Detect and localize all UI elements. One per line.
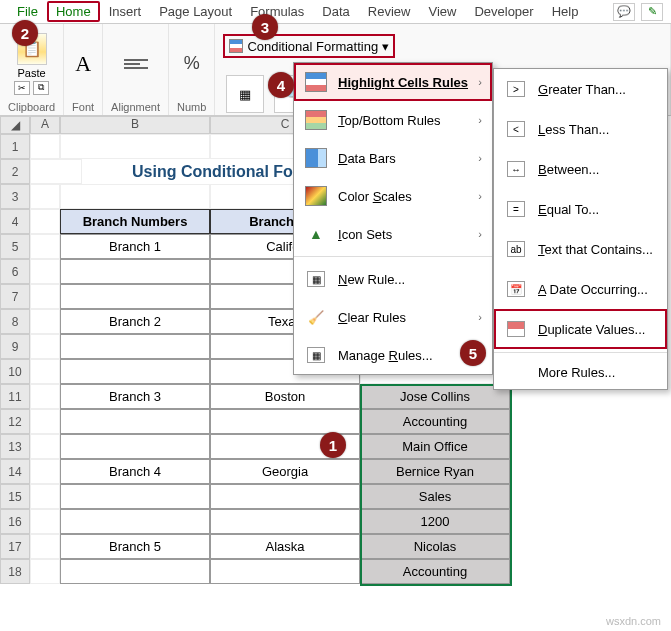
cell-selected[interactable]: Bernice Ryan bbox=[360, 459, 510, 484]
cell[interactable]: Branch 2 bbox=[60, 309, 210, 334]
row-header[interactable]: 8 bbox=[0, 309, 30, 334]
tab-formulas[interactable]: Formulas bbox=[241, 1, 313, 22]
cell[interactable] bbox=[60, 409, 210, 434]
cell[interactable]: Boston bbox=[210, 384, 360, 409]
row-header[interactable]: 2 bbox=[0, 159, 30, 184]
watermark: wsxdn.com bbox=[606, 615, 661, 627]
duplicate-values-icon bbox=[507, 321, 525, 337]
cell[interactable] bbox=[60, 434, 210, 459]
share-icon[interactable]: ✎ bbox=[641, 3, 663, 21]
cell[interactable]: Georgia bbox=[210, 459, 360, 484]
menu-icon-sets[interactable]: ▲ Icon Sets› bbox=[294, 215, 492, 253]
row-header[interactable]: 17 bbox=[0, 534, 30, 559]
select-all-corner[interactable]: ◢ bbox=[0, 116, 30, 134]
col-header-a[interactable]: A bbox=[30, 116, 60, 134]
menu-greater-than[interactable]: > Greater Than... bbox=[494, 69, 667, 109]
cell[interactable] bbox=[210, 509, 360, 534]
row-header[interactable]: 10 bbox=[0, 359, 30, 384]
row-header[interactable]: 15 bbox=[0, 484, 30, 509]
callout-1: 1 bbox=[320, 432, 346, 458]
chevron-right-icon: › bbox=[478, 190, 482, 202]
row-header[interactable]: 5 bbox=[0, 234, 30, 259]
row-header[interactable]: 16 bbox=[0, 509, 30, 534]
tab-help[interactable]: Help bbox=[543, 1, 588, 22]
cell[interactable] bbox=[60, 509, 210, 534]
tab-developer[interactable]: Developer bbox=[465, 1, 542, 22]
cell[interactable] bbox=[60, 484, 210, 509]
cell-selected[interactable]: 1200 bbox=[360, 509, 510, 534]
cell[interactable]: Alaska bbox=[210, 534, 360, 559]
cell[interactable] bbox=[60, 334, 210, 359]
menu-equal-to[interactable]: = Equal To... bbox=[494, 189, 667, 229]
clipboard-group-label: Clipboard bbox=[8, 99, 55, 113]
cell[interactable] bbox=[210, 409, 360, 434]
cell[interactable] bbox=[60, 559, 210, 584]
tab-page-layout[interactable]: Page Layout bbox=[150, 1, 241, 22]
cell-selected[interactable]: Nicolas bbox=[360, 534, 510, 559]
top-bottom-icon bbox=[305, 110, 327, 130]
row-header[interactable]: 9 bbox=[0, 334, 30, 359]
menu-date-occurring[interactable]: 📅 A Date Occurring... bbox=[494, 269, 667, 309]
group-font: A Font bbox=[64, 24, 103, 115]
new-rule-icon: ▦ bbox=[307, 271, 325, 287]
cell[interactable] bbox=[60, 284, 210, 309]
cell[interactable] bbox=[210, 559, 360, 584]
row-header[interactable]: 7 bbox=[0, 284, 30, 309]
ribbon-tabs: File Home Insert Page Layout Formulas Da… bbox=[0, 0, 671, 24]
tab-file[interactable]: File bbox=[8, 1, 47, 22]
row-header[interactable]: 11 bbox=[0, 384, 30, 409]
row-header[interactable]: 18 bbox=[0, 559, 30, 584]
cell[interactable]: Branch 4 bbox=[60, 459, 210, 484]
menu-new-rule[interactable]: ▦ New Rule... bbox=[294, 260, 492, 298]
cell[interactable] bbox=[60, 259, 210, 284]
cell[interactable]: Branch 5 bbox=[60, 534, 210, 559]
callout-5: 5 bbox=[460, 340, 486, 366]
menu-duplicate-values[interactable]: Duplicate Values... bbox=[494, 309, 667, 349]
cut-icon[interactable]: ✂ bbox=[14, 81, 30, 95]
cell-selected[interactable]: Main Office bbox=[360, 434, 510, 459]
menu-clear-rules[interactable]: 🧹 Clear Rules› bbox=[294, 298, 492, 336]
menu-color-scales[interactable]: Color Scales› bbox=[294, 177, 492, 215]
menu-text-contains[interactable]: ab Text that Contains... bbox=[494, 229, 667, 269]
format-table-button[interactable]: ▦ bbox=[226, 75, 264, 113]
align-icon[interactable] bbox=[124, 59, 148, 69]
cell[interactable]: Branch 3 bbox=[60, 384, 210, 409]
row-header[interactable]: 4 bbox=[0, 209, 30, 234]
row-header[interactable]: 12 bbox=[0, 409, 30, 434]
tab-view[interactable]: View bbox=[419, 1, 465, 22]
menu-between[interactable]: ↔ Between... bbox=[494, 149, 667, 189]
row-header[interactable]: 1 bbox=[0, 134, 30, 159]
row-header[interactable]: 13 bbox=[0, 434, 30, 459]
percent-icon[interactable]: % bbox=[184, 53, 200, 74]
tab-review[interactable]: Review bbox=[359, 1, 420, 22]
paste-label: Paste bbox=[17, 67, 45, 79]
cell-selected[interactable]: Jose Collins bbox=[360, 384, 510, 409]
callout-3: 3 bbox=[252, 14, 278, 40]
menu-less-than[interactable]: < Less Than... bbox=[494, 109, 667, 149]
comments-icon[interactable]: 💬 bbox=[613, 3, 635, 21]
cell-selected[interactable]: Accounting bbox=[360, 559, 510, 584]
row-header[interactable]: 14 bbox=[0, 459, 30, 484]
font-icon[interactable]: A bbox=[75, 51, 91, 77]
tab-home[interactable]: Home bbox=[47, 1, 100, 22]
conditional-formatting-button[interactable]: Conditional Formatting ▾ bbox=[223, 34, 395, 58]
menu-top-bottom-rules[interactable]: Top/Bottom Rules › bbox=[294, 101, 492, 139]
alignment-group-label: Alignment bbox=[111, 99, 160, 113]
cell[interactable] bbox=[60, 359, 210, 384]
menu-more-rules[interactable]: More Rules... bbox=[494, 356, 667, 389]
row-header[interactable]: 6 bbox=[0, 259, 30, 284]
tab-insert[interactable]: Insert bbox=[100, 1, 151, 22]
number-group-label: Numb bbox=[177, 99, 206, 113]
cell-selected[interactable]: Sales bbox=[360, 484, 510, 509]
data-bars-icon bbox=[305, 148, 327, 168]
tab-data[interactable]: Data bbox=[313, 1, 358, 22]
menu-highlight-cells-rules[interactable]: Highlight Cells Rules › bbox=[294, 63, 492, 101]
cell[interactable] bbox=[210, 484, 360, 509]
copy-icon[interactable]: ⧉ bbox=[33, 81, 49, 95]
menu-data-bars[interactable]: Data Bars› bbox=[294, 139, 492, 177]
cell[interactable]: Branch 1 bbox=[60, 234, 210, 259]
row-header[interactable]: 3 bbox=[0, 184, 30, 209]
cell-selected[interactable]: Accounting bbox=[360, 409, 510, 434]
col-header-b[interactable]: B bbox=[60, 116, 210, 134]
header-branch-numbers[interactable]: Branch Numbers bbox=[60, 209, 210, 234]
